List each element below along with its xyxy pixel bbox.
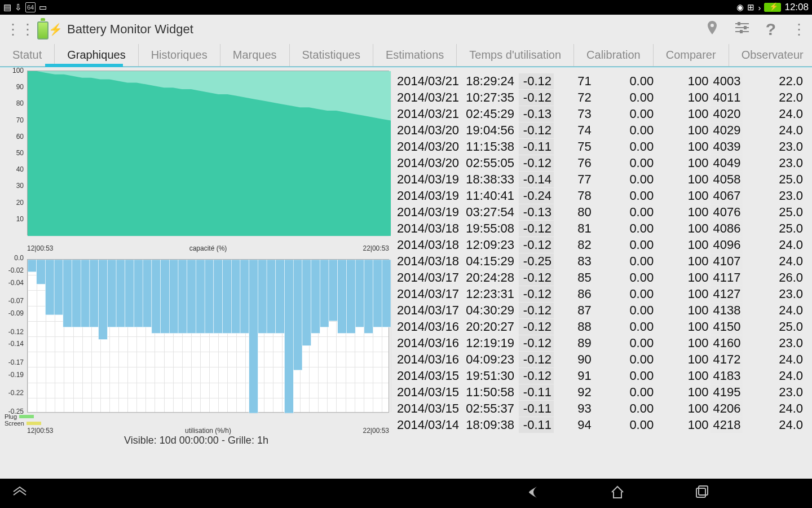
table-row[interactable]: 2014/03/21 18:29:24-0.12710.00100400322.…	[395, 73, 805, 89]
tab-temps-d-utilisation[interactable]: Temps d'utilisation	[457, 44, 574, 66]
table-row[interactable]: 2014/03/14 18:09:38-0.11940.00100421824.…	[395, 417, 805, 433]
svg-rect-42	[355, 260, 364, 327]
tab-indicator	[45, 64, 123, 67]
tab-calibration[interactable]: Calibration	[574, 44, 654, 66]
tab-statistiques[interactable]: Statistiques	[290, 44, 373, 66]
tab-observateur[interactable]: Observateur	[729, 44, 812, 66]
nav-expand-icon[interactable]	[11, 484, 28, 503]
table-row[interactable]: 2014/03/18 12:09:23-0.12820.00100409624.…	[395, 237, 805, 253]
svg-rect-1	[744, 26, 747, 29]
svg-rect-6	[37, 260, 46, 284]
table-row[interactable]: 2014/03/21 10:27:35-0.12720.00100401122.…	[395, 90, 805, 106]
charts-pane: 102030405060708090100 12|00:53 capacité …	[0, 67, 395, 479]
nav-home-icon[interactable]	[609, 484, 626, 503]
svg-rect-8	[54, 260, 63, 315]
nav-back-icon[interactable]	[524, 484, 541, 503]
svg-rect-22	[178, 260, 187, 334]
settings-sliders-icon[interactable]	[734, 21, 750, 38]
download-icon: ⇩	[15, 2, 22, 12]
table-row[interactable]: 2014/03/18 04:15:29-0.25830.00100410724.…	[395, 253, 805, 269]
table-row[interactable]: 2014/03/15 02:55:37-0.11930.00100420624.…	[395, 401, 805, 417]
tab-statut[interactable]: Statut	[0, 44, 55, 66]
svg-rect-37	[311, 260, 320, 334]
data-table: 2014/03/21 18:29:24-0.12710.00100400322.…	[395, 73, 805, 433]
svg-rect-40	[338, 260, 347, 334]
chart-usage[interactable]: 0.0-0.02-0.04-0.07-0.09-0.12-0.14-0.17-0…	[2, 258, 390, 413]
tab-estimations[interactable]: Estimations	[373, 44, 457, 66]
chart1-xstart: 12|00:53	[27, 244, 54, 252]
svg-rect-10	[72, 260, 81, 327]
table-row[interactable]: 2014/03/17 04:30:29-0.12870.00100413824.…	[395, 303, 805, 318]
table-row[interactable]: 2014/03/21 02:45:29-0.13730.00100402024.…	[395, 106, 805, 122]
chart1-title: capacité (%)	[189, 244, 227, 252]
svg-rect-16	[125, 260, 134, 327]
help-icon[interactable]: ?	[766, 20, 776, 39]
chart2-title: utilisation (%/h)	[185, 427, 231, 435]
svg-rect-19	[152, 260, 161, 334]
svg-rect-9	[63, 260, 72, 327]
app-icon	[35, 18, 51, 41]
table-row[interactable]: 2014/03/15 19:51:30-0.12910.00100418324.…	[395, 368, 805, 384]
nav-bar	[0, 479, 812, 508]
sd-icon: ▤	[3, 2, 11, 12]
table-row[interactable]: 2014/03/17 20:24:28-0.12850.00100411726.…	[395, 270, 805, 286]
svg-rect-45	[382, 260, 391, 327]
chart-footer: Visible: 10d 00:00:00 - Grille: 1h	[2, 435, 390, 446]
svg-rect-29	[240, 260, 249, 334]
svg-rect-41	[346, 260, 355, 334]
tab-historiques[interactable]: Historiques	[139, 44, 220, 66]
svg-rect-33	[276, 260, 285, 334]
table-row[interactable]: 2014/03/16 04:09:23-0.12900.00100417224.…	[395, 352, 805, 367]
svg-rect-18	[143, 260, 152, 327]
table-row[interactable]: 2014/03/15 11:50:58-0.11920.00100419523.…	[395, 384, 805, 400]
forward-icon: ›	[758, 3, 761, 12]
drag-handle-icon[interactable]: ⋮⋮	[6, 21, 35, 38]
svg-rect-36	[302, 260, 311, 345]
svg-rect-32	[267, 260, 276, 334]
chart-capacity[interactable]: 102030405060708090100	[2, 69, 390, 244]
overflow-icon[interactable]: ⋮	[792, 21, 806, 38]
table-row[interactable]: 2014/03/16 20:20:27-0.12880.00100415025.…	[395, 319, 805, 335]
svg-rect-27	[223, 260, 232, 334]
svg-rect-17	[134, 260, 143, 327]
tab-marques[interactable]: Marques	[220, 44, 290, 66]
table-row[interactable]: 2014/03/20 02:55:05-0.12760.00100404923.…	[395, 155, 805, 171]
location-icon[interactable]	[706, 20, 718, 40]
svg-rect-25	[205, 260, 214, 334]
table-row[interactable]: 2014/03/16 12:19:19-0.12890.00100416023.…	[395, 335, 805, 351]
svg-rect-13	[99, 260, 108, 339]
svg-rect-5	[28, 260, 37, 272]
battery-status-icon	[764, 3, 781, 12]
app-bar: ⋮⋮ ⚡ Battery Monitor Widget ? ⋮	[0, 15, 812, 44]
svg-rect-21	[169, 260, 178, 334]
svg-rect-0	[738, 22, 740, 25]
tab-comparer[interactable]: Comparer	[654, 44, 729, 66]
table-row[interactable]: 2014/03/19 18:38:33-0.14770.00100405825.…	[395, 172, 805, 187]
table-row[interactable]: 2014/03/18 19:55:08-0.12810.00100408625.…	[395, 221, 805, 237]
data-table-pane[interactable]: 2014/03/21 18:29:24-0.12710.00100400322.…	[395, 67, 812, 479]
image-icon: ▭	[39, 2, 47, 12]
table-row[interactable]: 2014/03/17 12:23:31-0.12860.00100412723.…	[395, 286, 805, 302]
svg-rect-39	[329, 260, 338, 321]
nav-recent-icon[interactable]	[694, 484, 710, 503]
table-row[interactable]: 2014/03/19 11:40:41-0.24780.00100406723.…	[395, 188, 805, 204]
svg-rect-34	[285, 260, 294, 413]
table-row[interactable]: 2014/03/20 11:15:38-0.11750.00100403923.…	[395, 139, 805, 155]
chart2-xstart: 12|00:53	[27, 427, 54, 435]
svg-rect-46	[696, 488, 705, 497]
table-row[interactable]: 2014/03/20 19:04:56-0.12740.00100402924.…	[395, 122, 805, 138]
tab-graphiques[interactable]: Graphiques	[55, 44, 138, 66]
wifi-icon: ◉	[736, 2, 744, 12]
svg-rect-26	[214, 260, 223, 334]
svg-rect-7	[45, 260, 54, 315]
svg-rect-28	[231, 260, 240, 334]
svg-rect-15	[116, 260, 125, 327]
legend-plug: Plug	[2, 413, 390, 420]
clock: 12:08	[784, 2, 809, 13]
svg-rect-14	[107, 260, 116, 327]
svg-rect-2	[740, 30, 743, 33]
svg-rect-44	[373, 260, 382, 327]
table-row[interactable]: 2014/03/19 03:27:54-0.13800.00100407625.…	[395, 204, 805, 220]
svg-rect-12	[90, 260, 99, 327]
chart2-xend: 22|00:53	[363, 427, 390, 435]
